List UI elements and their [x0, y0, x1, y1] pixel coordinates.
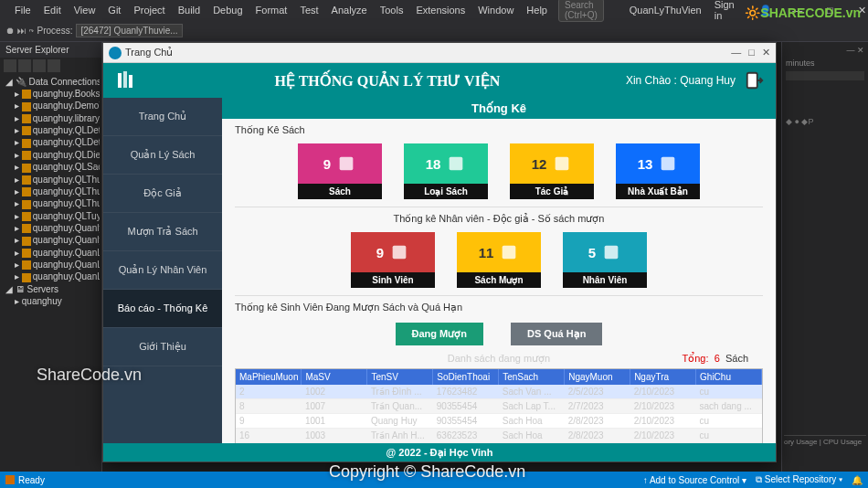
menu-project[interactable]: Project: [128, 3, 170, 17]
table-cell: 2/10/2023: [630, 443, 696, 444]
svg-rect-2: [129, 75, 132, 88]
menu-extensions[interactable]: Extensions: [410, 3, 471, 17]
diag-minutes: minutes: [786, 58, 864, 68]
stat-card[interactable]: 9Sách: [298, 143, 382, 199]
tree-db-node[interactable]: ▸ quanghuy.QLDeta: [2, 124, 100, 136]
stat-card[interactable]: 5Nhân Viên: [563, 232, 647, 288]
sidebar-item[interactable]: Mượn Trả Sách: [103, 213, 222, 251]
tree-db-node[interactable]: ▸ quanghuy.QuanLy: [2, 271, 100, 282]
app-close-button[interactable]: ✕: [762, 47, 770, 58]
column-header[interactable]: MaPhieuMuon: [236, 369, 302, 385]
total-unit: Sách: [725, 353, 748, 364]
menu-help[interactable]: Help: [521, 3, 553, 17]
vs-statusbar: Ready ↑ Add to Source Control ▾ ⧉ Select…: [0, 472, 868, 488]
menu-file[interactable]: File: [9, 3, 37, 17]
column-header[interactable]: NgayMuon: [565, 369, 630, 385]
sidebar-item[interactable]: Báo cáo - Thống Kê: [103, 290, 222, 328]
borrowing-table[interactable]: MaPhieuMuonMaSVTenSVSoDienThoaiTenSachNg…: [235, 368, 763, 443]
sidebar-item[interactable]: Trang Chủ: [103, 98, 222, 136]
menu-git[interactable]: Git: [102, 3, 126, 17]
stats-row-books: 9Sách18Loại Sách12Tác Giả13Nhà Xuất Bản: [222, 140, 776, 207]
table-row[interactable]: 161003Trần Anh H...63623523Sach Hoa2/8/2…: [236, 429, 762, 443]
app-footer: @ 2022 - Đại Học Vinh: [103, 443, 776, 461]
sidebar-item[interactable]: Quản Lý Sách: [103, 136, 222, 175]
menu-format[interactable]: Format: [250, 3, 293, 17]
tree-db-node[interactable]: ▸ quanghuy.DemoT: [2, 100, 100, 111]
diag-usage-tabs[interactable]: ory Usage | CPU Usage: [784, 435, 866, 446]
column-header[interactable]: SoDienThoai: [433, 369, 499, 385]
menu-window[interactable]: Window: [472, 3, 519, 17]
vs-search-input[interactable]: Search (Ctrl+Q): [558, 0, 604, 22]
sidebar-item[interactable]: Độc Giả: [103, 175, 222, 213]
column-header[interactable]: GhiChu: [696, 369, 762, 385]
tree-db-node[interactable]: ▸ quanghuy.QuanLy: [2, 247, 100, 259]
table-cell: cu: [696, 443, 762, 444]
column-header[interactable]: NgayTra: [630, 369, 696, 385]
menu-build[interactable]: Build: [173, 3, 206, 17]
column-header[interactable]: TenSV: [367, 369, 433, 385]
tree-data-connections[interactable]: ◢ 🔌 Data Connections: [2, 76, 100, 88]
column-header[interactable]: TenSach: [499, 369, 565, 385]
tree-db-node[interactable]: ▸ quanghuy.QLTuye: [2, 210, 100, 222]
select-repository[interactable]: ⧉ Select Repository ▾: [756, 474, 842, 485]
tree-db-node[interactable]: ▸ quanghuy.Quanly: [2, 234, 100, 246]
app-minimize-button[interactable]: —: [731, 47, 741, 58]
app-maximize-button[interactable]: □: [748, 47, 755, 58]
tree-db-node[interactable]: ▸ quanghuy.library_: [2, 112, 100, 124]
menu-analyze[interactable]: Analyze: [326, 3, 373, 17]
library-logo-icon: [114, 69, 140, 91]
sidebar-item[interactable]: Quản Lý Nhân Viên: [103, 251, 222, 290]
stat-icon: [499, 242, 519, 262]
tree-servers[interactable]: ◢ 🖥 Servers: [2, 283, 100, 295]
server-explorer-toolbar: [0, 58, 101, 74]
stat-card[interactable]: 9Sinh Viên: [351, 232, 435, 288]
table-row[interactable]: 91001Quang Huy90355454Sach Hoa2/8/20232/…: [236, 414, 762, 429]
stat-card[interactable]: 12Tác Giả: [510, 143, 594, 199]
table-row[interactable]: 81007Trần Quan...90355454Sach Lap T...2/…: [236, 399, 762, 414]
menu-edit[interactable]: Edit: [38, 3, 67, 17]
tree-db-node[interactable]: ▸ quanghuy.QLDeta: [2, 136, 100, 148]
stat-card[interactable]: 18Loại Sách: [404, 143, 488, 199]
stat-value: 9: [323, 156, 331, 172]
menu-debug[interactable]: Debug: [207, 3, 248, 17]
tree-db-node[interactable]: ▸ quanghuy.QLThuV: [2, 197, 100, 209]
table-row[interactable]: 21002Trần Đình ...17623482Sach Van ...2/…: [236, 385, 762, 399]
menu-view[interactable]: View: [69, 3, 101, 17]
add-source-control[interactable]: ↑ Add to Source Control ▾: [643, 475, 746, 485]
svg-rect-1: [123, 71, 127, 88]
section-books-title: Thống Kê Sách: [222, 119, 776, 140]
tree-db-node[interactable]: ▸ quanghuy.QuanlyI: [2, 222, 100, 234]
tree-db-node[interactable]: ▸ quanghuy.QLThuc: [2, 186, 100, 197]
tree-db-node[interactable]: ▸ quanghuy.QLThuV: [2, 174, 100, 186]
signin-link[interactable]: Sign in: [709, 0, 746, 23]
svg-rect-7: [662, 157, 675, 171]
process-dropdown[interactable]: [26472] QuanlyThuvie...: [76, 24, 182, 37]
menu-tools[interactable]: Tools: [375, 3, 409, 17]
column-header[interactable]: MaSV: [302, 369, 367, 385]
sidebar-item[interactable]: Giới Thiệu: [103, 328, 222, 366]
menu-test[interactable]: Test: [294, 3, 323, 17]
status-bell-icon[interactable]: 🔔: [852, 475, 863, 485]
overdue-button[interactable]: DS Quá Hạn: [511, 323, 602, 345]
table-cell: 2/10/2023: [630, 429, 696, 443]
sharecode-logo: 🔆SHARECODE.vn: [745, 5, 861, 20]
svg-rect-4: [340, 157, 354, 171]
stat-card[interactable]: 13Nhà Xuất Bản: [616, 143, 700, 199]
tree-db-node[interactable]: ▸ quanghuy.Books.d: [2, 88, 100, 100]
vs-right-panel: — ✕ minutes ◆ ● ◆P ory Usage | CPU Usage: [781, 42, 868, 472]
tree-db-node[interactable]: ▸ quanghuy.QLDiem: [2, 149, 100, 161]
tree-server-node[interactable]: ▸ quanghuy: [2, 295, 100, 307]
table-cell: 17623482: [433, 385, 499, 399]
stat-value: 18: [426, 156, 441, 172]
logout-icon[interactable]: [745, 70, 765, 90]
tree-db-node[interactable]: ▸ quanghuy.QuanLy: [2, 259, 100, 271]
stat-icon: [552, 154, 572, 174]
table-row[interactable]: 171002Trần Đình ...17623482Sach Lap T...…: [236, 443, 762, 444]
table-cell: Trần Anh H...: [367, 429, 433, 443]
borrowing-button[interactable]: Đang Mượn: [396, 323, 483, 345]
table-cell: 2/8/2023: [565, 429, 630, 443]
tree-db-node[interactable]: ▸ quanghuy.QLSach: [2, 161, 100, 173]
svg-rect-3: [747, 73, 757, 89]
stat-card[interactable]: 11Sách Mượn: [457, 232, 541, 288]
table-cell: 2/10/2023: [630, 385, 696, 399]
